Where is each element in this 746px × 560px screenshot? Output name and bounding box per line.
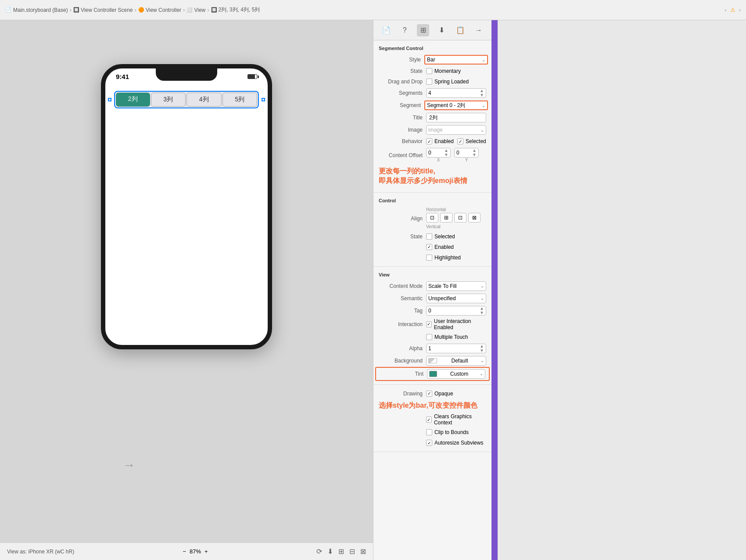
- title-input[interactable]: 2列: [426, 113, 486, 122]
- segmented-control[interactable]: 2列 3列 4列 5列: [114, 91, 259, 108]
- image-select[interactable]: image ⌄: [426, 125, 486, 135]
- background-label: Background: [379, 358, 423, 364]
- selection-handle-left[interactable]: [108, 98, 111, 101]
- breadcrumb-forward[interactable]: ›: [739, 7, 741, 13]
- content-mode-value: Scale To Fill: [428, 283, 456, 289]
- enabled-checkbox[interactable]: ✓: [426, 138, 432, 144]
- momentary-checkbox[interactable]: [426, 68, 432, 74]
- zoom-fit-icon[interactable]: ⊠: [360, 547, 366, 556]
- opaque-checkbox[interactable]: ✓: [426, 391, 432, 397]
- insp-icon-size[interactable]: ⬇: [436, 24, 448, 36]
- refresh-icon[interactable]: ⟳: [316, 547, 322, 556]
- main-area: 9:41 2列 3列 4列 5列: [0, 20, 746, 560]
- horizontal-label: Horizontal: [426, 207, 486, 212]
- offset-y-input[interactable]: 0 ▲▼: [454, 148, 479, 158]
- breadcrumb-label-1: Main.storyboard (Base): [13, 7, 68, 13]
- state-selected-checkbox[interactable]: [426, 233, 432, 240]
- breadcrumb-label-4: View: [194, 7, 205, 13]
- seg-item-0[interactable]: 2列: [116, 93, 150, 107]
- clears-graphics-checkbox[interactable]: ✓: [426, 416, 432, 423]
- state-enabled-checkbox[interactable]: ✓: [426, 244, 432, 250]
- seg-item-1[interactable]: 3列: [151, 93, 186, 107]
- selected-checkbox[interactable]: ✓: [457, 138, 463, 144]
- content-mode-chevron-icon: ⌄: [481, 284, 484, 288]
- zoom-value[interactable]: 87%: [190, 548, 201, 555]
- clip-bounds-checkbox[interactable]: [426, 429, 432, 435]
- insp-icon-attributes[interactable]: ⊞: [417, 24, 429, 36]
- content-mode-label: Content Mode: [379, 283, 423, 289]
- content-mode-select[interactable]: Scale To Fill ⌄: [426, 281, 486, 291]
- tint-select[interactable]: Custom ⌄: [427, 369, 485, 379]
- content-offset-label: Content Offset: [379, 152, 423, 158]
- drawing-label: Drawing: [379, 391, 423, 397]
- align-right-btn[interactable]: ⊡: [454, 213, 466, 223]
- alpha-input[interactable]: 1 ▲▼: [426, 344, 486, 353]
- breadcrumb-label-2: View Controller Scene: [81, 7, 133, 13]
- semantic-select[interactable]: Unspecified ⌄: [426, 294, 486, 303]
- image-chevron-icon: ⌄: [481, 128, 484, 133]
- align-fill-btn[interactable]: ⊠: [468, 213, 481, 223]
- segment-select[interactable]: Segment 0 - 2列 ⌄: [424, 101, 488, 110]
- user-interaction-checkbox[interactable]: ✓: [426, 321, 432, 327]
- inspector-toolbar: 📄 ? ⊞ ⬇ 📋 →: [373, 20, 491, 40]
- image-label: Image: [379, 127, 423, 133]
- offset-x-input[interactable]: 0 ▲▼: [426, 148, 451, 158]
- tag-row: Tag 0 ▲▼: [373, 305, 491, 317]
- align-left-btn[interactable]: ⊡: [426, 213, 438, 223]
- opaque-label: Opaque: [434, 391, 453, 397]
- offset-x-stepper[interactable]: ▲▼: [444, 148, 448, 157]
- insp-icon-identity[interactable]: →: [473, 24, 485, 36]
- offset-y-group: 0 ▲▼ Y: [454, 148, 479, 162]
- breadcrumb-item-3[interactable]: 🟠 View Controller: [138, 7, 181, 13]
- segmented-control-section: Segmented Control Style Bar ⌄ State Mome…: [373, 40, 491, 193]
- clears-graphics-row: ✓ Clears Graphics Context: [373, 412, 491, 427]
- segments-input[interactable]: 4 ▲▼: [426, 88, 486, 98]
- annotation-style-note: 选择style为bar,可改变控件颜色: [373, 399, 491, 412]
- canvas-area[interactable]: 9:41 2列 3列 4列 5列: [0, 20, 373, 560]
- momentary-label: Momentary: [434, 68, 461, 74]
- multiple-touch-checkbox[interactable]: [426, 334, 432, 340]
- state-highlighted-label: Highlighted: [434, 255, 461, 261]
- background-select[interactable]: Default ⌄: [426, 356, 486, 366]
- breadcrumb-back[interactable]: ‹: [724, 7, 726, 13]
- breadcrumb-item-2[interactable]: 🔲 View Controller Scene: [73, 7, 133, 13]
- download-icon[interactable]: ⬇: [327, 547, 333, 556]
- alpha-label: Alpha: [379, 345, 423, 352]
- offset-y-stepper[interactable]: ▲▼: [472, 148, 477, 157]
- offset-x-label: X: [437, 158, 440, 162]
- control-section: Control Align Horizontal ⊡ ⊞ ⊡ ⊠ Vertica…: [373, 193, 491, 267]
- grid-icon[interactable]: ⊞: [338, 547, 344, 556]
- breadcrumb-item-1[interactable]: 📄 Main.storyboard (Base): [5, 7, 68, 13]
- seg-item-3[interactable]: 5列: [222, 93, 258, 107]
- style-chevron-icon: ⌄: [482, 57, 485, 62]
- offset-y-label: Y: [465, 158, 468, 162]
- tag-stepper[interactable]: ▲▼: [480, 306, 484, 315]
- segments-stepper-icon[interactable]: ▲▼: [480, 89, 484, 97]
- insp-icon-connections[interactable]: 📋: [454, 24, 466, 36]
- zoom-minus[interactable]: −: [183, 548, 186, 555]
- insp-icon-help[interactable]: ?: [398, 24, 411, 36]
- state-enabled-row: ✓ Enabled: [373, 242, 491, 252]
- segments-label: Segments: [379, 90, 423, 96]
- style-select[interactable]: Bar ⌄: [424, 55, 488, 65]
- align-center-btn[interactable]: ⊞: [440, 213, 452, 223]
- title-row: Title 2列: [373, 111, 491, 124]
- alpha-stepper[interactable]: ▲▼: [480, 344, 484, 353]
- zoom-plus[interactable]: +: [204, 548, 208, 555]
- seg-item-2[interactable]: 4列: [186, 93, 222, 107]
- drawing-section: Drawing ✓ Opaque 选择style为bar,可改变控件颜色 ✓ C…: [373, 385, 491, 452]
- bottom-bar-icons: ⟳ ⬇ ⊞ ⊟ ⊠: [316, 547, 366, 556]
- semantic-chevron-icon: ⌄: [481, 296, 484, 301]
- state-highlighted-checkbox[interactable]: [426, 255, 432, 261]
- autoresize-checkbox[interactable]: ✓: [426, 440, 432, 446]
- layout-icon[interactable]: ⊟: [349, 547, 355, 556]
- breadcrumb-item-5[interactable]: 🔲 2列, 3列, 4列, 5列: [211, 6, 260, 14]
- insp-icon-file[interactable]: 📄: [380, 24, 392, 36]
- alignment-controls: Horizontal ⊡ ⊞ ⊡ ⊠ Vertical: [426, 207, 486, 230]
- selection-handle-right[interactable]: [262, 98, 265, 101]
- breadcrumb-sep-3: ›: [183, 7, 185, 13]
- tag-input[interactable]: 0 ▲▼: [426, 306, 486, 316]
- spring-loaded-checkbox[interactable]: [426, 79, 432, 85]
- breadcrumb-item-4[interactable]: ⬜ View: [186, 7, 205, 13]
- annotation-title-change: 更改每一列的title, 即具体显示多少列emoji表情: [373, 164, 491, 189]
